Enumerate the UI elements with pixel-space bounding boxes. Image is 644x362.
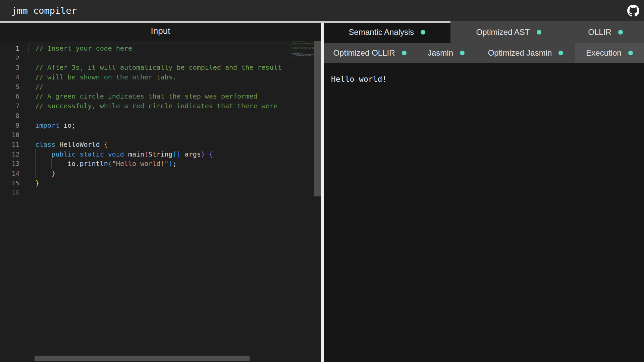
app-title: jmm compiler [11,0,77,21]
horizontal-scrollbar[interactable] [35,356,250,361]
status-dot-icon [618,30,623,35]
code-line: 13 io.println("Hello world!"); [0,159,290,169]
tab-execution[interactable]: Execution [575,43,644,63]
panel-divider[interactable] [321,21,324,362]
line-number: 6 [0,92,21,101]
status-dot-icon [537,30,541,35]
code-line: 12 public static void main(String[] args… [0,149,290,159]
tab-label: Optimized OLLIR [333,48,395,58]
line-number: 12 [0,149,21,159]
tab-semantic-analysis[interactable]: Semantic Analysis [324,21,450,43]
line-number: 10 [0,130,21,140]
code-line: 6// A green circle indicates that the st… [0,92,290,101]
code-line: 10 [0,130,290,140]
tab-label: Jasmin [428,48,453,58]
minimap-line: // successfuly, while a red circle indic… [290,48,314,50]
line-number: 11 [0,140,21,149]
line-number: 2 [0,53,21,63]
tab-jasmin[interactable]: Jasmin [416,43,476,63]
tab-optimized-ollir[interactable]: Optimized OLLIR [324,43,416,63]
status-dot-icon [628,51,633,55]
tab-ollir[interactable]: OLLIR [567,21,644,43]
line-number: 13 [0,159,21,169]
tab-label: Optimized AST [476,27,530,37]
execution-output-area: Hello world! [324,63,644,362]
github-icon[interactable] [627,5,639,17]
status-dot-icon [460,51,465,55]
tab-label: OLLIR [588,27,611,37]
tab-optimized-jasmin[interactable]: Optimized Jasmin [476,43,575,63]
line-number: 8 [0,111,21,121]
panel-top-border [0,21,450,23]
code-line: 11class HelloWorld { [0,140,290,149]
code-line: 14 } [0,169,290,178]
tab-label: Execution [586,48,621,58]
code-editor[interactable]: 1// Insert your code here23// After 3s, … [0,41,321,362]
minimap-line: // will be shown on the other tabs. [290,45,314,46]
results-panel: Semantic AnalysisOptimized ASTOLLIR Opti… [324,21,644,362]
line-number: 14 [0,169,21,178]
tab-label: Semantic Analysis [349,27,414,37]
editor-minimap[interactable]: // Insert your code here// After 3s, it … [290,41,314,71]
line-number: 7 [0,101,21,111]
input-panel: Input 1// Insert your code here23// Afte… [0,21,321,362]
app-bar: jmm compiler [0,0,644,21]
line-number: 3 [0,63,21,72]
status-dot-icon [402,51,407,55]
code-line: 1// Insert your code here [0,44,290,53]
tabs-row-1: Semantic AnalysisOptimized ASTOLLIR [324,21,644,43]
tabs-row-2: Optimized OLLIRJasminOptimized JasminExe… [324,43,644,63]
code-line: 15} [0,178,290,188]
code-line: 8 [0,111,290,121]
line-number: 16 [0,188,21,197]
code-line: 5// [0,82,290,92]
minimap-line [290,59,314,60]
code-line: 2 [0,53,290,63]
code-line: 3// After 3s, it will automatically be c… [0,63,290,72]
code-line: 9import io; [0,121,290,130]
line-number: 4 [0,72,21,82]
line-number: 5 [0,82,21,92]
code-lines: 1// Insert your code here23// After 3s, … [0,44,290,197]
input-panel-header: Input [0,21,321,41]
code-line: 7// successfuly, while a red circle indi… [0,101,290,111]
line-number: 9 [0,121,21,130]
tab-optimized-ast[interactable]: Optimized AST [450,21,567,43]
status-dot-icon [558,51,563,55]
code-line: 4// will be shown on the other tabs. [0,72,290,82]
execution-output-text: Hello world! [331,75,644,83]
line-number: 1 [0,44,21,53]
line-number: 15 [0,178,21,188]
code-line: 16 [0,188,290,197]
status-dot-icon [421,30,425,35]
tab-label: Optimized Jasmin [488,48,552,58]
vertical-scrollbar[interactable] [314,41,321,196]
